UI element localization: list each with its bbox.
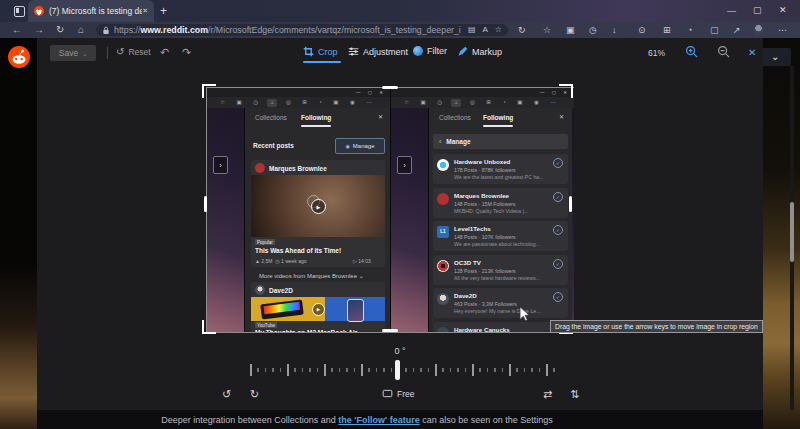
forward-icon[interactable]: →: [34, 25, 44, 35]
mini-titlebar: — ▢ ✕: [207, 88, 390, 97]
manage-back-bar: ‹ Manage: [433, 134, 568, 149]
adjustment-label: Adjustment: [363, 47, 408, 57]
crop-handle-top-left[interactable]: [202, 84, 216, 98]
depicted-window-right: — ▢ ✕ ☆ ▣ ◷ ⊥ ◎ ⊞ ◔ ▣ ◉ ⋯ › Collections …: [390, 88, 574, 332]
minimize-button[interactable]: —: [727, 7, 736, 16]
mini-toolbar-icons: ☆ ▣ ◷ ⊥ ◎ ⊞ ◔ ▣ ◉ ⋯: [207, 99, 390, 105]
tab-crop[interactable]: Crop: [303, 46, 338, 57]
drag-tooltip: Drag the image or use the arrow keys to …: [550, 320, 763, 333]
flip-horizontal-icon[interactable]: ⇄: [543, 389, 552, 400]
editor-close-icon[interactable]: ✕: [748, 47, 756, 58]
sync-icon[interactable]: ↻: [518, 26, 526, 35]
refresh-icon[interactable]: ↻: [56, 25, 64, 35]
mini-window-controls: — ▢ ✕: [356, 90, 386, 95]
tab-adjustment[interactable]: Adjustment: [348, 46, 408, 57]
follow-item-hardware-canucks: Hardware Canucks: [433, 322, 568, 332]
reddit-favicon: [34, 6, 44, 16]
aspect-ratio-icon: [382, 388, 393, 399]
scrollbar-thumb[interactable]: [790, 202, 794, 262]
crop-image[interactable]: — ▢ ✕ ☆ ▣ ◷ ⊥ ◎ ⊞ ◔ ▣ ◉ ⋯ › Collections …: [207, 88, 573, 332]
collections-tab: Collections: [439, 114, 471, 121]
rotation-handle[interactable]: [395, 360, 400, 380]
profile-avatar[interactable]: [753, 24, 764, 35]
manage-label: Manage: [446, 138, 470, 145]
follow-feature-link[interactable]: the 'Follow' feature: [338, 415, 419, 425]
rotate-right-icon[interactable]: ↻: [250, 389, 259, 400]
markup-pen-icon: [457, 46, 468, 57]
zoom-out-icon[interactable]: [717, 45, 730, 58]
channel-name: Level1Techs: [454, 225, 491, 232]
maximize-button[interactable]: ▢: [753, 6, 762, 15]
channel-stats: 463 Posts · 3,3M Followers: [454, 301, 517, 307]
apps-icon[interactable]: ⊞: [663, 26, 671, 35]
crop-handle-right[interactable]: [569, 196, 572, 212]
caption-suffix: can also be seen on the Settings: [420, 415, 553, 425]
caption-prefix: Deeper integration between Collections a…: [161, 415, 338, 425]
following-check-icon: ✓: [553, 158, 563, 168]
browser-essentials-icon[interactable]: ⊙: [638, 26, 646, 35]
redo-icon[interactable]: ↷: [182, 47, 191, 58]
back-icon[interactable]: ←: [12, 25, 22, 35]
adjustment-icon: [348, 46, 359, 57]
window-titlebar: (7) Microsoft is testing deeper in ✕ + —…: [0, 0, 800, 22]
toolbar-divider: [107, 47, 108, 59]
channel-avatar: [437, 293, 449, 305]
filter-icon: [413, 46, 423, 56]
phone-side: [325, 297, 385, 321]
zoom-in-icon[interactable]: [685, 45, 698, 58]
crop-label: Crop: [318, 47, 338, 57]
rotation-degrees: 0 °: [380, 346, 420, 356]
video-thumbnail: ▶: [251, 297, 385, 321]
immersive-reader-icon[interactable]: ▤: [468, 26, 476, 34]
undo-icon[interactable]: ↶: [160, 47, 169, 58]
creator-avatar: [255, 163, 265, 173]
person-icon: ◉: [345, 143, 349, 149]
add-favorite-icon[interactable]: ☆: [495, 26, 502, 34]
tab-markup[interactable]: Markup: [457, 46, 502, 57]
following-panel-right: Collections Following ✕ ‹ Manage Hardwar…: [428, 108, 572, 332]
crop-handle-top[interactable]: [382, 86, 398, 89]
reset-icon: ↺: [116, 47, 124, 57]
crop-handle-top-right[interactable]: [559, 84, 573, 98]
screen: (7) Microsoft is testing deeper in ✕ + —…: [0, 0, 800, 429]
history-icon[interactable]: ◷: [589, 26, 597, 35]
following-panel-left: Collections Following ✕ Recent posts ◉ M…: [244, 108, 390, 332]
follow-item-dave2d: Dave2D 463 Posts · 3,3M Followers Hey ev…: [433, 288, 568, 318]
following-check-icon: ✓: [553, 292, 563, 302]
home-icon[interactable]: ⌂: [78, 25, 84, 35]
rotate-left-icon[interactable]: ↺: [222, 389, 231, 400]
tab-filter[interactable]: Filter: [413, 46, 447, 56]
share-icon[interactable]: ↗: [733, 26, 741, 35]
page-dropdown[interactable]: ⌄: [761, 48, 791, 66]
page-left-strip: [0, 38, 37, 429]
extension-icon[interactable]: ◔: [687, 26, 692, 35]
aspect-ratio-button[interactable]: Free: [382, 388, 414, 399]
mini-toolbar: ☆ ▣ ◷ ⊥ ◎ ⊞ ◔ ▣ ◉ ⋯: [207, 97, 390, 108]
settings-more-icon[interactable]: ⋯: [778, 26, 787, 35]
collections-icon[interactable]: ▣: [566, 26, 575, 35]
save-button[interactable]: Save ⌄: [50, 45, 96, 61]
downloads-icon[interactable]: ↓: [612, 26, 617, 35]
follow-item-oc3d-tv: OC3D TV 128 Posts · 213K followers All t…: [433, 255, 568, 285]
follow-item-marques-brownlee: Marques Brownlee 148 Posts · 15M Followe…: [433, 188, 568, 218]
rotation-ruler[interactable]: [240, 362, 560, 378]
flip-vertical-icon[interactable]: ⇅: [570, 389, 579, 400]
video-duration: ▷ 14:03: [353, 258, 371, 264]
tab-close-icon[interactable]: ✕: [142, 7, 148, 15]
window-close-button[interactable]: ✕: [779, 6, 787, 15]
new-tab-button[interactable]: +: [160, 5, 167, 17]
url-field[interactable]: https://www.reddit.com/r/MicrosoftEdge/c…: [96, 24, 508, 36]
reset-button[interactable]: ↺ Reset: [116, 47, 151, 57]
crop-handle-bottom-left[interactable]: [202, 320, 216, 334]
tab-actions-icon[interactable]: [14, 6, 25, 17]
video-tag: YouTube: [255, 322, 277, 328]
play-icon: ▶: [312, 303, 325, 316]
read-aloud-icon[interactable]: A: [482, 26, 487, 34]
browser-tab[interactable]: (7) Microsoft is testing deeper in ✕: [28, 0, 154, 22]
crop-handle-left[interactable]: [204, 196, 207, 212]
following-tab: Following: [301, 114, 331, 121]
video-thumbnail: ▶: [251, 175, 385, 237]
split-screen-icon[interactable]: ▢: [710, 26, 719, 35]
favorites-icon[interactable]: ☆: [543, 26, 551, 35]
crop-handle-bottom[interactable]: [382, 329, 398, 332]
